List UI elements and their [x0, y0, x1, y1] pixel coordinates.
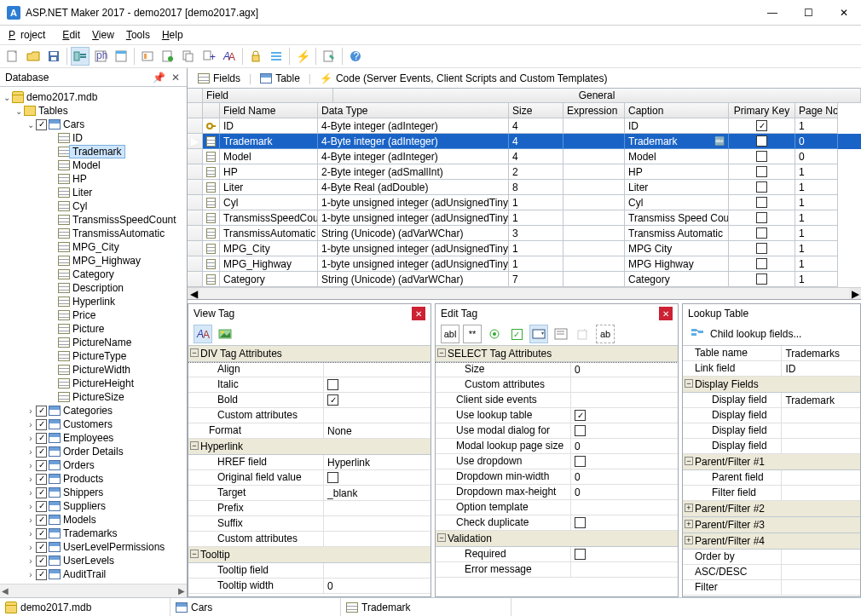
tree-table[interactable]: Categories — [61, 405, 115, 417]
col-expression[interactable]: Expression — [563, 103, 625, 118]
group-hyperlink[interactable]: −Hyperlink — [188, 439, 430, 455]
tree-field[interactable]: MPG_Highway — [70, 255, 143, 267]
group-pf1[interactable]: −Parent/Filter #1 — [683, 454, 860, 470]
group-display-fields[interactable]: −Display Fields — [683, 377, 860, 393]
tree-field[interactable]: Description — [70, 282, 126, 294]
tree-table[interactable]: AuditTrail — [61, 568, 108, 580]
grid-row[interactable]: HP2-Byte integer (adSmallInt)2HP1 — [188, 164, 861, 180]
pin-icon[interactable]: 📌 — [153, 72, 165, 83]
menu-project[interactable]: Project — [3, 27, 55, 43]
tab-table[interactable]: Table — [255, 71, 305, 86]
checkbox-icon[interactable]: ✓ — [36, 515, 47, 526]
grid-row[interactable]: TransmissAutomaticString (Unicode) (adVa… — [188, 226, 861, 241]
maximize-button[interactable]: ☐ — [798, 7, 818, 19]
tree-table[interactable]: Products — [61, 473, 106, 485]
tree-table-cars[interactable]: Cars — [61, 118, 87, 130]
group-div-attrs[interactable]: −DIV Tag Attributes — [188, 346, 430, 362]
sidebar-hscroll[interactable]: ◀▶ — [0, 584, 187, 597]
checkbox-icon[interactable]: ✓ — [36, 419, 47, 430]
col-page-no[interactable]: Page No. — [795, 103, 838, 118]
grid-group-field[interactable]: Field — [203, 89, 333, 103]
tree-tables-folder[interactable]: Tables — [36, 105, 71, 117]
lock-icon[interactable] — [246, 47, 265, 66]
checkbox-icon[interactable]: ✓ — [36, 474, 47, 485]
tree-field[interactable]: Price — [70, 309, 98, 321]
grid-row[interactable]: ▶Trademark4-Byte integer (adInteger)4Tra… — [188, 134, 861, 149]
checkbox-icon[interactable]: ✓ — [36, 487, 47, 498]
close-icon[interactable]: ✕ — [412, 307, 425, 320]
close-panel-icon[interactable]: ✕ — [170, 72, 182, 83]
checkbox-icon[interactable]: ✓ — [36, 501, 47, 512]
tree-field[interactable]: PictureSize — [70, 391, 127, 403]
tree-table[interactable]: Trademarks — [61, 527, 120, 539]
tab-code[interactable]: ⚡Code (Server Events, Client Scripts and… — [315, 71, 613, 86]
copy-table-icon[interactable] — [179, 47, 198, 66]
tree-table[interactable]: Order Details — [61, 446, 126, 458]
tree-field[interactable]: Hyperlink — [70, 296, 118, 308]
group-pf2[interactable]: +Parent/Filter #2 — [683, 501, 860, 517]
tab-fields[interactable]: Fields — [193, 71, 246, 86]
grid-group-general[interactable]: General — [333, 89, 861, 103]
tree-field[interactable]: Trademark — [70, 146, 124, 158]
security-icon[interactable] — [138, 47, 157, 66]
col-caption[interactable]: Caption — [625, 103, 729, 118]
grid-row[interactable]: MPG_City1-byte unsigned integer (adUnsig… — [188, 241, 861, 256]
close-icon[interactable]: ✕ — [659, 307, 673, 320]
tree-field[interactable]: MPG_City — [70, 241, 122, 253]
menu-editor-icon[interactable] — [267, 47, 286, 66]
col-field-name[interactable]: Field Name — [220, 103, 318, 118]
close-button[interactable]: ✕ — [834, 7, 854, 19]
grid-row[interactable]: MPG_Highway1-byte unsigned integer (adUn… — [188, 256, 861, 272]
tree-field[interactable]: PictureType — [70, 350, 129, 362]
tree-db-root[interactable]: demo2017.mdb — [24, 91, 100, 103]
hidden-input-icon[interactable]: ab — [596, 325, 615, 343]
tree-field[interactable]: Picture — [70, 323, 107, 335]
radio-icon[interactable] — [485, 325, 504, 343]
textarea-icon[interactable] — [552, 325, 570, 343]
checkbox-icon[interactable]: ✓ — [36, 406, 47, 417]
grid-row[interactable]: Liter4-Byte Real (adDouble)8Liter1 — [188, 180, 861, 195]
tree-field[interactable]: ID — [70, 132, 85, 144]
tree-field[interactable]: PictureWidth — [70, 364, 133, 376]
select-input-icon[interactable] — [529, 325, 548, 343]
password-input-icon[interactable]: ** — [463, 325, 482, 343]
tree-field[interactable]: TransmissSpeedCount — [70, 214, 179, 226]
tree-table[interactable]: UserLevelPermissions — [61, 541, 167, 553]
grid-row[interactable]: Model4-Byte integer (adInteger)4Model0 — [188, 149, 861, 164]
generate-icon[interactable] — [159, 47, 177, 66]
checkbox-icon[interactable]: ✓ — [36, 433, 47, 444]
checkbox-icon[interactable]: ✓ — [36, 542, 47, 553]
tree-field[interactable]: PictureHeight — [70, 377, 136, 389]
database-panel-icon[interactable] — [71, 47, 90, 66]
group-tooltip[interactable]: −Tooltip — [188, 547, 430, 563]
copy-field-icon[interactable]: + — [199, 47, 218, 66]
menu-tools[interactable]: Tools — [121, 27, 155, 43]
php-settings-icon[interactable]: php — [91, 47, 110, 66]
tree-field[interactable]: HP — [70, 173, 90, 185]
tree-table[interactable]: Customers — [61, 418, 115, 430]
save-icon[interactable] — [44, 47, 63, 66]
database-tree[interactable]: ⌄demo2017.mdb ⌄Tables ⌄✓Cars ›ID›Tradema… — [0, 87, 187, 584]
format-text-icon[interactable]: AA — [194, 325, 212, 343]
minimize-button[interactable]: — — [762, 7, 783, 19]
new-project-icon[interactable] — [3, 47, 22, 66]
menu-view[interactable]: View — [87, 27, 119, 43]
col-size[interactable]: Size — [509, 103, 563, 118]
menu-edit[interactable]: Edit — [57, 27, 85, 43]
image-icon[interactable] — [216, 325, 234, 343]
grid-hscroll[interactable]: ◀▶ — [188, 287, 861, 299]
tree-table[interactable]: Orders — [61, 459, 97, 471]
tree-field[interactable]: Model — [70, 159, 103, 171]
grid-row[interactable]: TransmissSpeedCount1-byte unsigned integ… — [188, 210, 861, 226]
tree-field[interactable]: PictureName — [70, 337, 134, 348]
checkbox-icon[interactable]: ✓ — [36, 446, 47, 458]
group-validation[interactable]: −Validation — [436, 531, 678, 547]
checkbox-input-icon[interactable]: ✓ — [507, 325, 526, 343]
tree-field[interactable]: Cyl — [70, 200, 90, 212]
file-input-icon[interactable] — [574, 325, 592, 343]
tree-field[interactable]: Liter — [70, 187, 95, 199]
col-primary-key[interactable]: Primary Key — [729, 103, 795, 118]
grid-row[interactable]: ID4-Byte integer (adInteger)4ID✓1 — [188, 118, 861, 134]
open-icon[interactable] — [24, 47, 43, 66]
child-lookup-link[interactable]: Child lookup fields... — [710, 328, 801, 340]
